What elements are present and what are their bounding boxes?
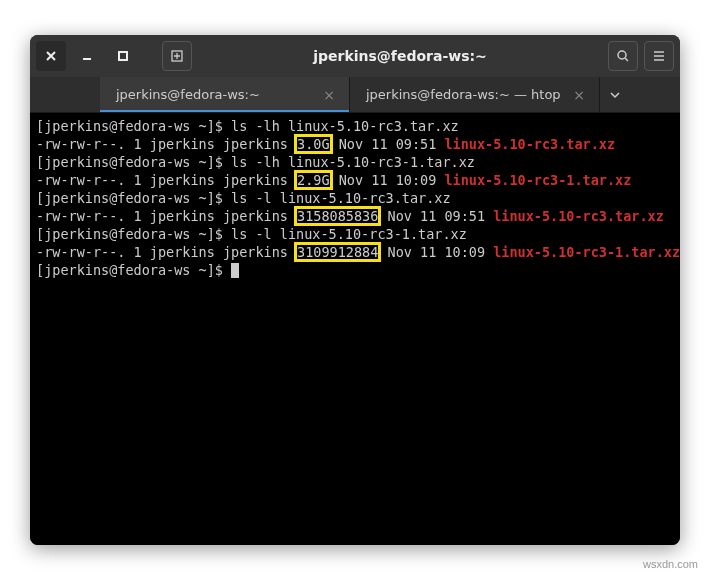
svg-point-2 xyxy=(618,51,626,59)
watermark: wsxdn.com xyxy=(643,558,698,570)
file-size-highlighted: 3158085836 xyxy=(296,208,379,224)
filename: linux-5.10-rc3.tar.xz xyxy=(444,136,615,152)
minimize-button[interactable] xyxy=(72,41,102,71)
filename: linux-5.10-rc3-1.tar.xz xyxy=(493,244,680,260)
close-icon[interactable]: × xyxy=(319,85,339,105)
terminal-content[interactable]: [jperkins@fedora-ws ~]$ ls -lh linux-5.1… xyxy=(30,113,680,545)
prompt: [jperkins@fedora-ws ~]$ xyxy=(36,118,231,134)
svg-rect-0 xyxy=(119,52,127,60)
file-size-highlighted: 2.9G xyxy=(296,172,331,188)
window-title: jperkins@fedora-ws:~ xyxy=(198,48,602,64)
maximize-button[interactable] xyxy=(108,41,138,71)
titlebar: jperkins@fedora-ws:~ xyxy=(30,35,680,77)
tab-menu-button[interactable] xyxy=(600,77,630,112)
hamburger-menu-button[interactable] xyxy=(644,41,674,71)
filename: linux-5.10-rc3.tar.xz xyxy=(493,208,664,224)
new-tab-button[interactable] xyxy=(162,41,192,71)
command-text: ls -l linux-5.10-rc3.tar.xz xyxy=(231,190,450,206)
search-button[interactable] xyxy=(608,41,638,71)
file-size-highlighted: 3.0G xyxy=(296,136,331,152)
cursor xyxy=(231,263,239,278)
ls-output: -rw-rw-r--. 1 jperkins jperkins xyxy=(36,136,296,152)
command-text: ls -lh linux-5.10-rc3-1.tar.xz xyxy=(231,154,475,170)
file-size-highlighted: 3109912884 xyxy=(296,244,379,260)
terminal-window: jperkins@fedora-ws:~ jperkins@fedora-ws:… xyxy=(30,35,680,545)
tab-label: jperkins@fedora-ws:~ xyxy=(116,87,260,102)
tab-bar: jperkins@fedora-ws:~ × jperkins@fedora-w… xyxy=(30,77,680,113)
command-text: ls -lh linux-5.10-rc3.tar.xz xyxy=(231,118,459,134)
tab-1[interactable]: jperkins@fedora-ws:~ × xyxy=(100,77,350,112)
command-text: ls -l linux-5.10-rc3-1.tar.xz xyxy=(231,226,467,242)
filename: linux-5.10-rc3-1.tar.xz xyxy=(444,172,631,188)
tab-label: jperkins@fedora-ws:~ — htop xyxy=(366,87,561,102)
tab-2[interactable]: jperkins@fedora-ws:~ — htop × xyxy=(350,77,600,112)
close-button[interactable] xyxy=(36,41,66,71)
close-icon[interactable]: × xyxy=(569,85,589,105)
